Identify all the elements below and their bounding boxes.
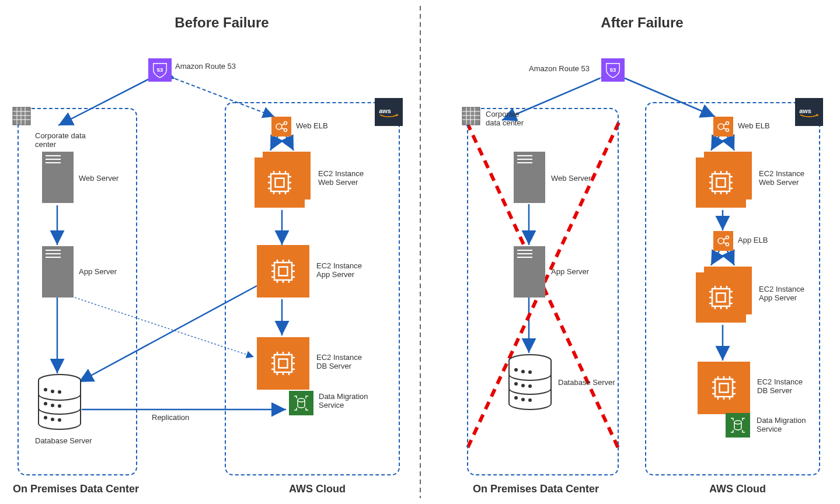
- web-server-right: [514, 152, 545, 203]
- svg-point-110: [718, 124, 724, 130]
- svg-rect-135: [717, 293, 726, 302]
- title-after: After Failure: [525, 15, 759, 31]
- svg-line-114: [723, 128, 726, 130]
- db-label-right: Database Server: [558, 378, 616, 387]
- web-label-right: Web Server: [551, 174, 591, 183]
- svg-line-47: [281, 128, 284, 130]
- dms-icon-left: [289, 391, 313, 415]
- svg-point-42: [58, 418, 61, 422]
- svg-point-40: [44, 416, 47, 419]
- ec2-web-label-left: EC2 Instance Web Server: [318, 169, 364, 187]
- svg-text:53: 53: [157, 67, 163, 73]
- svg-point-162: [734, 421, 741, 424]
- svg-point-101: [514, 368, 518, 372]
- web-label-left: Web Server: [79, 174, 118, 183]
- ec2-web-label-right: EC2 Instance Web Server: [759, 169, 804, 187]
- svg-rect-116: [717, 178, 726, 187]
- aws-logo-right: aws: [795, 98, 823, 126]
- onprem-label-left: On Premises Data Center: [13, 483, 139, 495]
- ec2-db-label-left: EC2 Instance DB Server: [316, 353, 362, 370]
- svg-rect-149: [720, 384, 729, 393]
- ec2-app-label-right: EC2 Instance App Server: [759, 285, 804, 302]
- replication-label: Replication: [152, 413, 189, 422]
- svg-point-130: [726, 236, 729, 239]
- web-server-left: [42, 152, 74, 203]
- svg-point-35: [51, 390, 54, 393]
- svg-point-44: [284, 122, 287, 125]
- svg-point-103: [528, 370, 532, 374]
- svg-point-111: [726, 122, 729, 125]
- app-server-left: [42, 246, 74, 298]
- dms-label-left: Data Migration Service: [319, 392, 368, 410]
- dms-label-right: Data Migration Service: [757, 416, 806, 433]
- datacenter-icon-left: [9, 104, 35, 132]
- ec2-app-left: [257, 245, 309, 298]
- svg-point-45: [284, 129, 287, 132]
- svg-rect-49: [276, 178, 284, 187]
- diagram-canvas: Before Failure After Failure On Premises…: [0, 0, 840, 504]
- svg-line-133: [723, 242, 726, 244]
- svg-point-108: [521, 398, 525, 401]
- svg-line-113: [723, 124, 726, 125]
- svg-point-109: [528, 398, 532, 402]
- svg-rect-148: [715, 379, 733, 397]
- onprem-label-right: On Premises Data Center: [473, 483, 599, 495]
- svg-point-107: [514, 396, 518, 400]
- svg-point-106: [528, 384, 532, 388]
- elb-web-left: [271, 117, 291, 136]
- svg-rect-62: [274, 262, 292, 280]
- ec2-web-right: [696, 150, 754, 209]
- db-server-left: [36, 373, 83, 434]
- route53-icon-left: 53: [148, 58, 172, 82]
- ec2-app-right: [696, 265, 754, 324]
- svg-rect-48: [271, 174, 288, 191]
- svg-point-39: [58, 404, 61, 408]
- elb-app-label-right: App ELB: [738, 236, 768, 244]
- svg-point-43: [276, 124, 282, 130]
- dc-label-right: Corporate data center: [486, 110, 532, 127]
- svg-point-38: [51, 404, 54, 407]
- route53-label-right: Amazon Route 53: [529, 64, 590, 73]
- svg-point-131: [726, 243, 729, 246]
- svg-rect-115: [712, 174, 730, 191]
- svg-point-112: [726, 129, 729, 132]
- svg-rect-134: [712, 289, 730, 306]
- svg-line-132: [723, 238, 726, 240]
- ec2-db-right: [698, 362, 750, 414]
- route53-icon-right: 53: [601, 58, 625, 82]
- route53-label-left: Amazon Route 53: [175, 62, 236, 71]
- datacenter-icon-right: [459, 104, 485, 132]
- title-before: Before Failure: [105, 15, 339, 31]
- ec2-app-label-left: EC2 Instance App Server: [316, 261, 362, 279]
- svg-point-129: [718, 238, 724, 244]
- svg-rect-26: [13, 107, 30, 125]
- svg-point-37: [44, 402, 47, 405]
- app-server-right: [514, 246, 545, 298]
- svg-point-102: [521, 370, 525, 373]
- ec2-web-left: [255, 150, 313, 209]
- svg-rect-63: [279, 267, 288, 276]
- svg-text:53: 53: [610, 67, 616, 73]
- svg-point-104: [514, 382, 518, 386]
- aws-label-right: AWS Cloud: [709, 483, 766, 495]
- svg-text:aws: aws: [379, 107, 391, 114]
- svg-point-36: [58, 390, 61, 394]
- svg-line-46: [281, 124, 284, 125]
- svg-point-34: [44, 388, 47, 391]
- svg-rect-76: [274, 355, 292, 372]
- dc-label-left: Corporate data center: [35, 131, 93, 149]
- svg-rect-77: [279, 359, 288, 368]
- elb-web-label-left: Web ELB: [296, 121, 328, 130]
- svg-rect-93: [462, 107, 480, 125]
- ec2-db-label-right: EC2 Instance DB Server: [757, 377, 803, 395]
- dms-icon-right: [726, 413, 750, 438]
- db-label-left: Database Server: [35, 436, 105, 445]
- elb-app-right: [713, 231, 733, 251]
- aws-logo-left: aws: [375, 98, 403, 126]
- svg-point-105: [521, 384, 525, 387]
- app-label-left: App Server: [79, 267, 117, 276]
- elb-web-right: [713, 117, 733, 136]
- elb-web-label-right: Web ELB: [738, 121, 770, 130]
- app-label-right: App Server: [551, 267, 589, 276]
- svg-point-41: [51, 418, 54, 421]
